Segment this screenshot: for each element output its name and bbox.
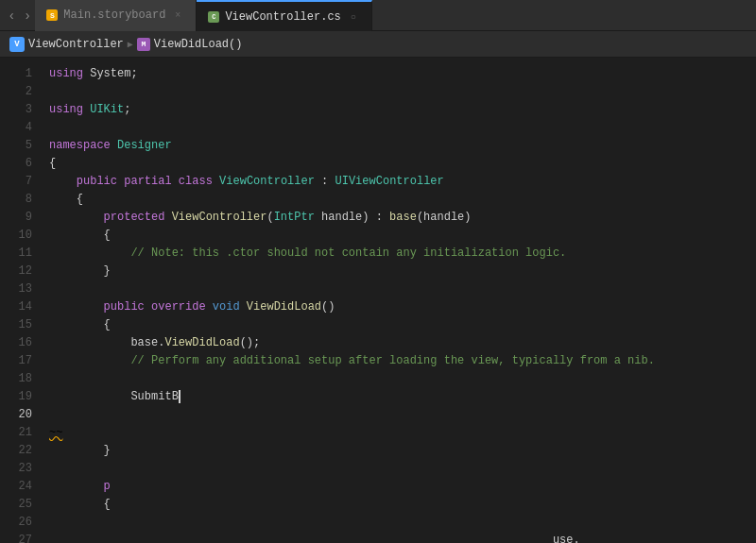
line-num-11: 11	[0, 245, 32, 263]
code-line-19: SubmitB	[49, 388, 756, 406]
line-num-1: 1	[0, 65, 32, 83]
tab-main-storyboard-label: Main.storyboard	[63, 8, 165, 22]
line-num-10: 10	[0, 227, 32, 245]
code-line-5: namespace Designer	[49, 137, 756, 155]
breadcrumb-controller-label: ViewController	[28, 38, 124, 51]
storyboard-tab-icon: S	[46, 9, 58, 21]
tab-main-storyboard[interactable]: S Main.storyboard ×	[35, 0, 197, 31]
code-line-17: // Perform any additional setup after lo…	[49, 352, 756, 370]
code-line-26	[49, 514, 756, 532]
line-num-21: 21	[0, 424, 32, 442]
line-num-12: 12	[0, 263, 32, 280]
line-num-24: 24	[0, 478, 32, 496]
code-line-20: P SubmitButton UIButton	[49, 406, 756, 424]
line-num-16: 16	[0, 334, 32, 352]
line-num-13: 13	[0, 280, 32, 298]
code-line-10: {	[49, 227, 756, 245]
breadcrumb-separator: ▶	[128, 39, 133, 50]
line-num-18: 18	[0, 370, 32, 388]
code-line-15: {	[49, 316, 756, 334]
code-line-3: using UIKit;	[49, 101, 756, 119]
line-num-7: 7	[0, 173, 32, 191]
code-line-22: }	[49, 442, 756, 460]
line-num-19: 19	[0, 388, 32, 406]
breadcrumb-method-icon: M	[137, 38, 150, 51]
breadcrumb-controller-icon: V	[9, 37, 25, 52]
line-num-27: 27	[0, 532, 32, 543]
code-line-11: // Note: this .ctor should not contain a…	[49, 245, 756, 263]
line-num-8: 8	[0, 191, 32, 209]
breadcrumb-method-label: ViewDidLoad()	[154, 38, 243, 51]
line-num-25: 25	[0, 496, 32, 514]
line-num-6: 6	[0, 155, 32, 173]
code-line-12: }	[49, 263, 756, 280]
editor: 1 2 3 4 5 6 7 8 9 10 11 12 13 14 15 16 1…	[0, 58, 756, 543]
breadcrumb-bar: V ViewController ▶ M ViewDidLoad()	[0, 31, 756, 58]
nav-forward-button[interactable]: ›	[20, 5, 36, 25]
tab-viewcontroller-cs-label: ViewController.cs	[225, 10, 340, 24]
line-num-4: 4	[0, 119, 32, 137]
nav-back-button[interactable]: ‹	[4, 5, 20, 25]
code-line-7: public partial class ViewController : UI…	[49, 173, 756, 191]
code-line-16: base.ViewDidLoad();	[49, 334, 756, 352]
line-num-23: 23	[0, 460, 32, 478]
tab-viewcontroller-cs-close[interactable]: ○	[347, 10, 360, 24]
code-line-14: public override void ViewDidLoad()	[49, 298, 756, 316]
code-line-8: {	[49, 191, 756, 209]
code-line-24: p	[49, 478, 756, 496]
line-numbers: 1 2 3 4 5 6 7 8 9 10 11 12 13 14 15 16 1…	[0, 58, 42, 543]
code-line-13	[49, 280, 756, 298]
tab-bar: ‹ › S Main.storyboard × C ViewController…	[0, 0, 756, 31]
code-line-2	[49, 83, 756, 101]
tab-viewcontroller-cs[interactable]: C ViewController.cs ○	[197, 0, 371, 31]
line-num-5: 5	[0, 137, 32, 155]
code-line-1: using System;	[49, 65, 756, 83]
line-num-3: 3	[0, 101, 32, 119]
code-line-4	[49, 119, 756, 137]
tab-main-storyboard-close[interactable]: ×	[171, 8, 184, 22]
code-line-6: {	[49, 155, 756, 173]
code-line-25: {	[49, 496, 756, 514]
code-content[interactable]: using System; using UIKit; namespace Des…	[42, 58, 756, 543]
line-num-2: 2	[0, 83, 32, 101]
code-line-9: protected ViewController(IntPtr handle) …	[49, 209, 756, 227]
line-num-14: 14	[0, 298, 32, 316]
code-line-18	[49, 370, 756, 388]
line-num-15: 15	[0, 316, 32, 334]
code-line-23	[49, 460, 756, 478]
line-num-20: 20	[0, 406, 32, 424]
line-num-9: 9	[0, 209, 32, 227]
line-num-17: 17	[0, 352, 32, 370]
line-num-26: 26	[0, 514, 32, 532]
line-num-22: 22	[0, 442, 32, 460]
cs-tab-icon: C	[208, 11, 219, 23]
code-line-27: use.	[49, 532, 756, 543]
code-line-21: ~~	[49, 424, 756, 442]
